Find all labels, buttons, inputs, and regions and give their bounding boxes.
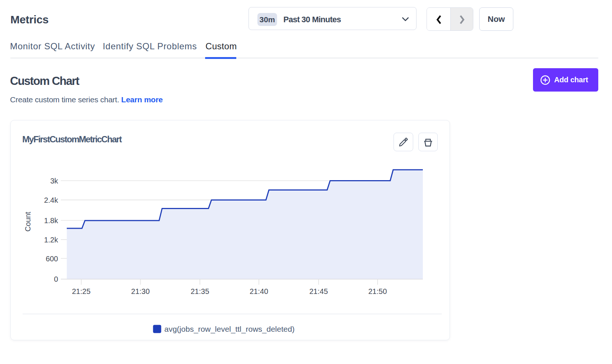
svg-text:0: 0	[54, 275, 58, 283]
svg-text:21:25: 21:25	[72, 287, 91, 295]
svg-text:21:50: 21:50	[368, 287, 387, 295]
svg-text:600: 600	[46, 255, 58, 263]
svg-text:21:40: 21:40	[250, 287, 268, 295]
svg-text:avg(jobs_row_level_ttl_rows_de: avg(jobs_row_level_ttl_rows_deleted)	[164, 325, 295, 334]
svg-text:21:45: 21:45	[309, 287, 328, 295]
svg-text:21:30: 21:30	[131, 287, 150, 295]
svg-text:1.8k: 1.8k	[44, 216, 59, 225]
svg-text:Count: Count	[24, 212, 32, 232]
svg-text:2.4k: 2.4k	[44, 196, 59, 204]
svg-text:3k: 3k	[50, 177, 58, 185]
svg-text:21:35: 21:35	[191, 287, 209, 295]
svg-text:1.2k: 1.2k	[44, 236, 59, 244]
